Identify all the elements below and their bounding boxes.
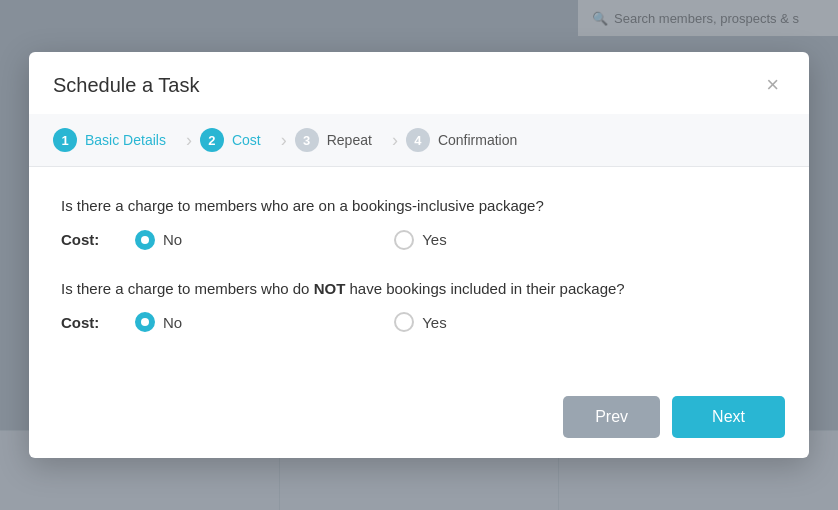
question-1-no-option[interactable]: No xyxy=(135,230,182,250)
step-4-label: Confirmation xyxy=(438,132,517,148)
question-2-yes-option[interactable]: Yes xyxy=(394,312,446,332)
schedule-task-modal: Schedule a Task × 1 Basic Details › 2 Co… xyxy=(29,52,809,458)
question-2-no-radio[interactable] xyxy=(135,312,155,332)
step-2-label: Cost xyxy=(232,132,261,148)
question-2-yes-radio[interactable] xyxy=(394,312,414,332)
modal-overlay: Schedule a Task × 1 Basic Details › 2 Co… xyxy=(0,0,838,510)
step-3[interactable]: 3 Repeat xyxy=(295,114,392,166)
question-2-block: Is there a charge to members who do NOT … xyxy=(61,278,777,333)
step-separator-1: › xyxy=(186,130,192,151)
step-3-label: Repeat xyxy=(327,132,372,148)
question-1-text: Is there a charge to members who are on … xyxy=(61,195,777,218)
prev-button[interactable]: Prev xyxy=(563,396,660,438)
question-2-cost-label: Cost: xyxy=(61,314,111,331)
question-1-no-radio[interactable] xyxy=(135,230,155,250)
question-1-cost-label: Cost: xyxy=(61,231,111,248)
steps-bar: 1 Basic Details › 2 Cost › 3 Repeat › 4 … xyxy=(29,114,809,167)
question-2-no-option[interactable]: No xyxy=(135,312,182,332)
question-1-block: Is there a charge to members who are on … xyxy=(61,195,777,250)
modal-footer: Prev Next xyxy=(29,380,809,458)
question-1-cost-row: Cost: No Yes xyxy=(61,230,777,250)
modal-title: Schedule a Task xyxy=(53,74,199,97)
modal-header: Schedule a Task × xyxy=(29,52,809,114)
next-button[interactable]: Next xyxy=(672,396,785,438)
question-2-cost-row: Cost: No Yes xyxy=(61,312,777,332)
step-1-circle: 1 xyxy=(53,128,77,152)
step-1-label: Basic Details xyxy=(85,132,166,148)
question-2-yes-label: Yes xyxy=(422,314,446,331)
step-3-circle: 3 xyxy=(295,128,319,152)
step-separator-3: › xyxy=(392,130,398,151)
question-1-yes-option[interactable]: Yes xyxy=(394,230,446,250)
step-4[interactable]: 4 Confirmation xyxy=(406,114,537,166)
step-2-circle: 2 xyxy=(200,128,224,152)
step-separator-2: › xyxy=(281,130,287,151)
question-1-no-label: No xyxy=(163,231,182,248)
close-button[interactable]: × xyxy=(760,72,785,98)
step-4-circle: 4 xyxy=(406,128,430,152)
question-2-text: Is there a charge to members who do NOT … xyxy=(61,278,777,301)
question-2-no-label: No xyxy=(163,314,182,331)
question-1-yes-radio[interactable] xyxy=(394,230,414,250)
question-1-yes-label: Yes xyxy=(422,231,446,248)
step-1[interactable]: 1 Basic Details xyxy=(53,114,186,166)
step-2[interactable]: 2 Cost xyxy=(200,114,281,166)
modal-body: Is there a charge to members who are on … xyxy=(29,167,809,380)
